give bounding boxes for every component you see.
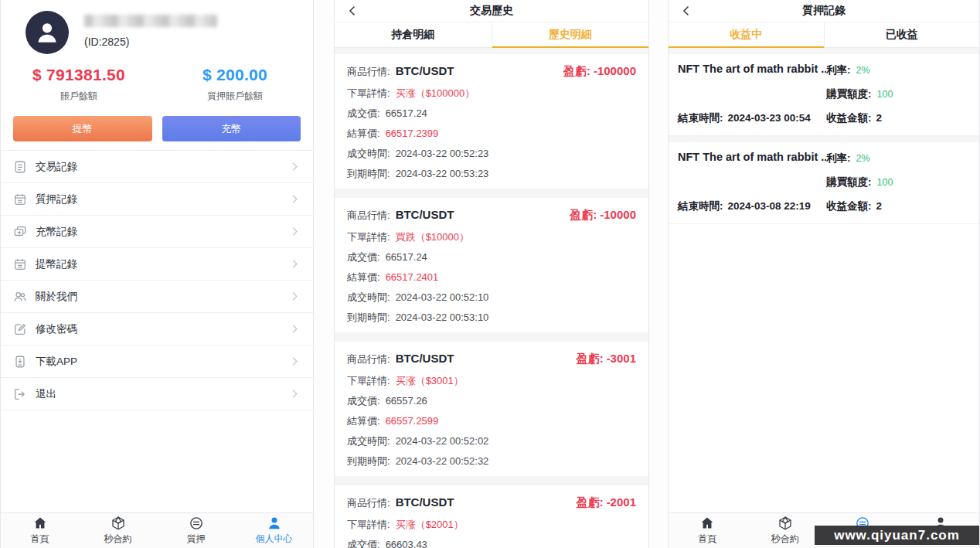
rate-cell: 利率:2% bbox=[826, 63, 970, 77]
menu-item-label: 提幣記錄 bbox=[36, 257, 77, 271]
stake-record-name: NFT The art of math rabbit ... bbox=[678, 63, 826, 77]
chevron-right-icon bbox=[289, 161, 301, 172]
end-time-label: 結束時間: bbox=[678, 112, 723, 124]
menu-item-deposit-records[interactable]: 充幣記錄 bbox=[1, 216, 313, 248]
balance-amount: $ 200.00 bbox=[157, 66, 313, 84]
cube-icon bbox=[111, 516, 126, 531]
nav-item-label: 首頁 bbox=[698, 533, 716, 546]
rate-label: 利率: bbox=[826, 152, 851, 164]
row-value: 2024-03-22 00:52:32 bbox=[396, 455, 489, 467]
nav-item-stake[interactable]: 質押 bbox=[157, 513, 235, 548]
stake-tab-0[interactable]: 收益中 bbox=[669, 22, 824, 47]
trade-record-row: 下單詳情:买涨（$3001） bbox=[347, 375, 636, 386]
chevron-left-icon bbox=[679, 4, 693, 18]
trade-record-row: 成交時間:2024-03-22 00:52:23 bbox=[347, 148, 636, 159]
row-label: 結算價: bbox=[347, 415, 380, 427]
avatar[interactable] bbox=[26, 11, 69, 54]
row-label: 結算價: bbox=[347, 128, 380, 139]
menu-item-change-password[interactable]: 修改密碼 bbox=[1, 313, 313, 345]
pair-label: 商品行情: bbox=[347, 497, 390, 509]
row-label: 下單詳情: bbox=[347, 231, 390, 243]
nav-item-contract[interactable]: 秒合約 bbox=[747, 513, 825, 548]
pnl-amount: -3001 bbox=[607, 352, 636, 365]
divider bbox=[335, 476, 648, 485]
end-time-value: 2024-03-08 22:19 bbox=[728, 200, 811, 212]
row-label: 下單詳情: bbox=[347, 519, 390, 530]
end-time-label: 結束時間: bbox=[678, 200, 723, 212]
stake-record-list: NFT The art of math rabbit ...利率:2%購買額度:… bbox=[669, 54, 979, 224]
row-label: 成交價: bbox=[347, 251, 380, 263]
menu-item-withdraw-records[interactable]: 提幣記錄 bbox=[1, 248, 313, 281]
deposit-button[interactable]: 充幣 bbox=[162, 116, 301, 141]
back-button[interactable] bbox=[345, 4, 359, 18]
trade-record-header: 商品行情:BTC/USDT盈虧:-100000 bbox=[347, 64, 636, 79]
pair-label: 商品行情: bbox=[347, 66, 390, 77]
trade-record-row: 成交價:66557.26 bbox=[347, 395, 636, 407]
back-button[interactable] bbox=[679, 4, 693, 18]
pnl-amount: -10000 bbox=[600, 208, 636, 221]
profile-header: (ID:2825) bbox=[1, 0, 313, 54]
divider bbox=[335, 332, 648, 342]
pnl-amount: -2001 bbox=[607, 495, 636, 509]
chevron-right-icon bbox=[289, 291, 301, 302]
transfer-icon bbox=[13, 225, 27, 239]
withdraw-button[interactable]: 提幣 bbox=[13, 116, 152, 141]
menu-item-about-us[interactable]: 關於我們 bbox=[1, 281, 313, 313]
row-value: 2024-03-22 00:52:02 bbox=[396, 435, 489, 447]
trade-tab-1[interactable]: 歷史明細 bbox=[492, 22, 649, 47]
row-value: 2024-03-22 00:53:23 bbox=[396, 168, 489, 179]
divider bbox=[669, 136, 979, 142]
pnl-label: 盈虧: bbox=[570, 208, 597, 221]
trade-record: 商品行情:BTC/USDT盈虧:-3001下單詳情:买涨（$3001）成交價:6… bbox=[335, 342, 648, 476]
cube-icon bbox=[778, 516, 793, 531]
menu-item-download-app[interactable]: 下載APP bbox=[1, 345, 313, 378]
page-title: 質押記錄 bbox=[802, 4, 846, 18]
page-header: 交易歷史 bbox=[335, 0, 648, 22]
end-time-cell: 結束時間:2024-03-23 00:54 bbox=[678, 111, 826, 125]
nav-item-contract[interactable]: 秒合約 bbox=[79, 513, 157, 548]
nav-item-label: 首頁 bbox=[31, 533, 49, 546]
pnl-amount: -100000 bbox=[594, 64, 636, 77]
row-label: 成交價: bbox=[347, 539, 380, 548]
trade-tab-0[interactable]: 持倉明細 bbox=[335, 22, 492, 47]
trade-record-row: 到期時間:2024-03-22 00:53:10 bbox=[347, 311, 636, 323]
trade-record-row: 下單詳情:買跌（$10000） bbox=[347, 231, 636, 243]
row-value: 買跌（$10000） bbox=[396, 231, 469, 243]
profile-page-panel: (ID:2825) $ 791381.50賬戶餘額$ 200.00質押賬戶餘額 … bbox=[0, 0, 314, 548]
row-value: 66517.2399 bbox=[386, 128, 439, 139]
nav-item-home[interactable]: 首頁 bbox=[669, 513, 747, 548]
pnl-value: 盈虧:-2001 bbox=[577, 495, 636, 510]
page-header: 質押記錄 bbox=[669, 0, 979, 22]
pair-value: BTC/USDT bbox=[396, 64, 454, 77]
balance-amount: $ 791381.50 bbox=[1, 66, 157, 84]
menu-item-label: 交易記錄 bbox=[36, 160, 77, 174]
quota-value: 100 bbox=[877, 177, 893, 188]
chevron-right-icon bbox=[289, 193, 301, 205]
rate-label: 利率: bbox=[826, 64, 851, 76]
document-icon bbox=[13, 160, 27, 174]
menu-item-logout[interactable]: 退出 bbox=[1, 378, 313, 410]
divider bbox=[669, 48, 979, 54]
pnl-value: 盈虧:-100000 bbox=[563, 64, 636, 79]
trade-record-row: 成交時間:2024-03-22 00:52:02 bbox=[347, 435, 636, 447]
stake-record: NFT The art of math rabbit ...利率:2%購買額度:… bbox=[669, 142, 979, 224]
nav-item-profile[interactable]: 個人中心 bbox=[235, 513, 313, 548]
trade-record: 商品行情:BTC/USDT盈虧:-10000下單詳情:買跌（$10000）成交價… bbox=[335, 198, 648, 332]
home-icon bbox=[32, 516, 48, 531]
row-label: 到期時間: bbox=[347, 455, 390, 467]
row-label: 成交價: bbox=[347, 107, 380, 119]
pair-group: 商品行情:BTC/USDT bbox=[347, 208, 454, 223]
nav-item-label: 質押 bbox=[187, 533, 206, 546]
quota-label: 購買額度: bbox=[826, 176, 872, 188]
menu-item-label: 關於我們 bbox=[36, 290, 77, 304]
nav-item-home[interactable]: 首頁 bbox=[1, 513, 79, 548]
stake-tab-1[interactable]: 已收益 bbox=[824, 22, 980, 47]
trade-record-row: 成交價:66517.24 bbox=[347, 251, 636, 263]
menu-item-stake-records[interactable]: 質押記錄 bbox=[1, 183, 313, 216]
pnl-label: 盈虧: bbox=[577, 495, 604, 509]
menu-item-trade-records[interactable]: 交易記錄 bbox=[1, 151, 313, 183]
edit-icon bbox=[13, 322, 27, 336]
menu-item-label: 修改密碼 bbox=[36, 322, 77, 336]
row-value: 66517.24 bbox=[386, 251, 427, 263]
trade-record-row: 到期時間:2024-03-22 00:53:23 bbox=[347, 168, 636, 179]
